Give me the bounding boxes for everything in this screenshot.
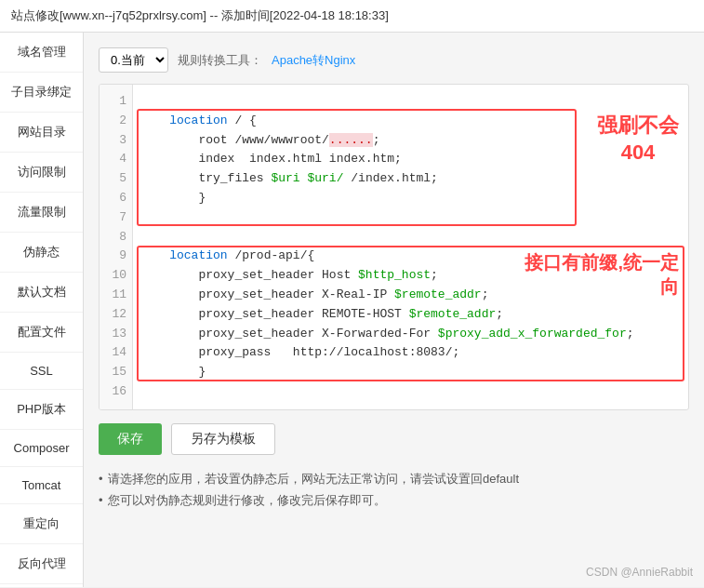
sidebar-item-ssl[interactable]: SSL xyxy=(0,353,83,390)
watermark: CSDN @AnnieRabbit xyxy=(586,566,693,579)
code-line-1 xyxy=(140,92,688,112)
content-area: 0.当前 规则转换工具： Apache转Nginx 强刷不会404 接口有前缀,… xyxy=(84,33,704,587)
sidebar-item-default-doc[interactable]: 默认文档 xyxy=(0,273,83,313)
rule-label: 规则转换工具： xyxy=(178,52,262,69)
tip-2: 您可以对伪静态规则进行修改，修改完后保存即可。 xyxy=(99,489,689,511)
code-editor[interactable]: 强刷不会404 接口有前缀,统一定向 1 2 3 4 5 6 7 8 9 10 … xyxy=(99,84,689,410)
button-row: 保存 另存为模板 xyxy=(99,423,689,455)
sidebar-item-domain[interactable]: 域名管理 xyxy=(0,33,83,73)
annotation-2: 接口有前缀,统一定向 xyxy=(511,250,679,299)
main-layout: 域名管理 子目录绑定 网站目录 访问限制 流量限制 伪静态 默认文档 配置文件 … xyxy=(0,33,704,587)
sidebar-item-php[interactable]: PHP版本 xyxy=(0,390,83,430)
title-text: 站点修改[www.xn--j7q52prxlrsy.com] -- 添加时间[2… xyxy=(11,8,389,22)
line-numbers: 1 2 3 4 5 6 7 8 9 10 11 12 13 14 15 16 xyxy=(100,85,133,409)
convert-link[interactable]: Apache转Nginx xyxy=(272,52,355,69)
sidebar-item-reverse-proxy[interactable]: 反向代理 xyxy=(0,544,83,584)
sidebar-item-redirect[interactable]: 重定向 xyxy=(0,504,83,544)
tips-area: 请选择您的应用，若设置伪静态后，网站无法正常访问，请尝试设置回default 您… xyxy=(99,468,689,512)
tip-1: 请选择您的应用，若设置伪静态后，网站无法正常访问，请尝试设置回default xyxy=(99,468,689,489)
sidebar-item-webroot[interactable]: 网站目录 xyxy=(0,113,83,153)
version-dropdown[interactable]: 0.当前 xyxy=(99,47,168,73)
annotation-1: 强刷不会404 xyxy=(597,113,679,166)
sidebar-item-config[interactable]: 配置文件 xyxy=(0,313,83,353)
code-line-6: } xyxy=(140,189,688,208)
save-button[interactable]: 保存 xyxy=(99,423,162,455)
code-line-12: proxy_set_header REMOTE-HOST $remote_add… xyxy=(140,305,688,325)
code-line-8 xyxy=(140,228,688,247)
sidebar-item-subdir[interactable]: 子目录绑定 xyxy=(0,73,83,113)
code-line-14: proxy_pass http://localhost:8083/; xyxy=(140,343,688,363)
code-line-13: proxy_set_header X-Forwarded-For $proxy_… xyxy=(140,325,688,344)
code-line-5: try_files $uri $uri/ /index.html; xyxy=(140,169,688,189)
code-line-7 xyxy=(140,208,688,228)
title-bar: 站点修改[www.xn--j7q52prxlrsy.com] -- 添加时间[2… xyxy=(0,0,704,33)
sidebar-item-tomcat[interactable]: Tomcat xyxy=(0,467,83,504)
sidebar-item-access[interactable]: 访问限制 xyxy=(0,153,83,193)
sidebar-item-traffic[interactable]: 流量限制 xyxy=(0,193,83,233)
sidebar: 域名管理 子目录绑定 网站目录 访问限制 流量限制 伪静态 默认文档 配置文件 … xyxy=(0,33,84,587)
sidebar-item-rewrite[interactable]: 伪静态 xyxy=(0,233,83,273)
toolbar-row: 0.当前 规则转换工具： Apache转Nginx xyxy=(99,47,689,73)
sidebar-item-composer[interactable]: Composer xyxy=(0,430,83,467)
sidebar-item-hotlink[interactable]: 防盗链 xyxy=(0,584,83,587)
code-line-15: } xyxy=(140,363,688,382)
save-template-button[interactable]: 另存为模板 xyxy=(171,423,275,455)
code-line-16 xyxy=(140,382,688,402)
